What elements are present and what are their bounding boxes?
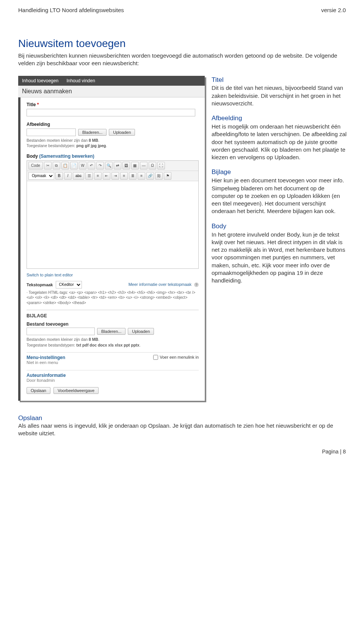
page-footer: Pagina | 8: [0, 437, 364, 458]
desc-titel-body: Dit is de titel van het nieuws, bijvoorb…: [212, 84, 348, 107]
editor-paste-text-icon[interactable]: 📄: [70, 162, 78, 169]
editor-code-button[interactable]: Code: [28, 162, 43, 169]
label-afbeelding: Afbeelding: [27, 122, 199, 127]
tab-inhoud-vinden[interactable]: Inhoud vinden: [66, 78, 95, 83]
required-mark-icon: *: [37, 102, 39, 107]
bijlage-file-input[interactable]: [27, 328, 95, 335]
editor-ol-icon[interactable]: ≡: [94, 172, 102, 180]
editor-paste-word-icon[interactable]: W: [79, 162, 86, 169]
desc-afbeelding-body: Het is mogelijk om onderaan het nieuwsbe…: [212, 123, 348, 161]
editor-format-select[interactable]: Opmaak: [28, 172, 54, 180]
menu-instellingen-sub: Niet in een menu: [27, 360, 65, 365]
help-afb-size-prefix: Bestanden moeten kleiner zijn dan: [27, 138, 89, 143]
label-title-text: Title: [27, 102, 36, 107]
field-descriptions: Titel Dit is de titel van het nieuws, bi…: [212, 76, 348, 286]
editor-redo-icon[interactable]: ↷: [96, 162, 104, 169]
editor-italic-icon[interactable]: I: [64, 172, 72, 180]
editor-replace-icon[interactable]: ⇄: [114, 162, 121, 169]
help-bij-types: txt pdf doc docx xls xlsx ppt pptx: [76, 343, 139, 347]
voer-menulink-label: Voer een menulink in: [160, 355, 199, 359]
editor-anchor-icon[interactable]: ⚑: [164, 172, 171, 180]
help-afbeelding: Bestanden moeten kleiner zijn dan 8 MB. …: [27, 138, 199, 148]
section-heading: Nieuwsitem toevoegen: [18, 38, 346, 50]
editor-undo-icon[interactable]: ↶: [88, 162, 95, 169]
tekstopmaak-label: Tekstopmaak CKeditor: [27, 281, 82, 289]
bijlage-uploaden-button[interactable]: Uploaden: [128, 328, 154, 335]
editor-strike-icon[interactable]: abc: [73, 172, 84, 180]
desc-titel-heading: Titel: [212, 76, 348, 85]
help-afb-size: 8 MB: [89, 138, 98, 143]
bijlage-bladeren-button[interactable]: Bladeren...: [97, 328, 126, 335]
bijlage-heading: BIJLAGE: [27, 313, 199, 318]
bladeren-button[interactable]: Bladeren...: [78, 129, 107, 136]
editor-unlink-icon[interactable]: ⛓: [155, 172, 163, 180]
auteursinformatie-row[interactable]: Auteursinformatie Door ltonadmin: [27, 370, 199, 383]
editor-cut-icon[interactable]: ✂: [44, 162, 52, 169]
editor-align-left-icon[interactable]: ≡: [120, 172, 128, 180]
tekstopmaak-label-text: Tekstopmaak: [27, 282, 53, 287]
voorbeeldweergave-button[interactable]: Voorbeeldweergave: [53, 387, 99, 394]
auteurs-title: Auteursinformatie: [27, 373, 199, 378]
help-afb-types-prefix: Toegestane bestandstypen:: [27, 143, 76, 148]
tekstopmaak-select[interactable]: CKeditor: [56, 281, 82, 289]
rich-text-editor: Code ✂ ⧉ 📋 📄 W ↶ ↷ 🔍 ⇄ 🖼 ▦ — Ω: [27, 160, 199, 269]
desc-body-body: In het grotere invulveld onder Body, kun…: [212, 231, 348, 285]
switch-plain-text-link[interactable]: Switch to plain text editor: [27, 273, 199, 277]
form-page-title: Nieuws aanmaken: [18, 86, 205, 97]
help-bij-types-prefix: Toegestane bestandstypen:: [27, 343, 76, 347]
editor-align-center-icon[interactable]: ≣: [129, 172, 136, 180]
editor-link-icon[interactable]: 🔗: [146, 172, 154, 180]
editor-bold-icon[interactable]: B: [55, 172, 63, 180]
page-header: Handleiding LTO Noord afdelingswebsites …: [0, 0, 364, 22]
desc-bijlage-body: Hier kun je een document toevoegen voor …: [212, 177, 348, 215]
divider: [27, 310, 199, 310]
desc-bijlage-heading: Bijlage: [212, 168, 348, 177]
desc-afbeelding-heading: Afbeelding: [212, 114, 348, 123]
title-input[interactable]: [27, 109, 195, 116]
editor-hr-icon[interactable]: —: [140, 162, 147, 169]
tags-intro: · Toegelaten HTML-tags:: [27, 290, 69, 295]
help-bijlage: Bestanden moeten kleiner zijn dan 8 MB. …: [27, 337, 199, 347]
editor-align-right-icon[interactable]: ≡: [138, 172, 145, 180]
help-icon: ?: [194, 282, 199, 287]
editor-find-icon[interactable]: 🔍: [105, 162, 113, 169]
header-left: Handleiding LTO Noord afdelingswebsites: [18, 7, 124, 13]
editor-ul-icon[interactable]: ☰: [85, 172, 93, 180]
header-right: versie 2.0: [321, 7, 346, 13]
voer-menulink-input[interactable]: [153, 355, 158, 360]
uploaden-button[interactable]: Uploaden: [109, 129, 135, 136]
label-body: Body (Samenvatting bewerken): [27, 154, 199, 159]
samenvatting-bewerken-link[interactable]: (Samenvatting bewerken): [39, 154, 94, 159]
editor-outdent-icon[interactable]: ⇤: [103, 172, 110, 180]
editor-copy-icon[interactable]: ⧉: [53, 162, 60, 169]
help-bij-size-prefix: Bestanden moeten kleiner zijn dan: [27, 337, 89, 342]
meer-info-text: Meer informatie over tekstopmaak: [129, 282, 191, 287]
afbeelding-file-input[interactable]: [27, 129, 76, 136]
opslaan-heading: Opslaan: [18, 414, 346, 422]
opslaan-body: Als alles naar wens is ingevuld, klik je…: [18, 422, 346, 438]
editor-paste-icon[interactable]: 📋: [61, 162, 69, 169]
editor-indent-icon[interactable]: ⇥: [111, 172, 119, 180]
editor-maximize-icon[interactable]: ⛶: [157, 162, 165, 169]
menu-instellingen-title: Menu-instellingen: [27, 355, 65, 360]
editor-table-icon[interactable]: ▦: [131, 162, 139, 169]
editor-special-icon[interactable]: Ω: [149, 162, 156, 169]
admin-tabs: Inhoud toevoegen Inhoud vinden: [18, 76, 205, 86]
intro-text: Bij nieuwsberichten kunnen nieuwsbericht…: [18, 52, 346, 67]
help-bij-size: 8 MB: [89, 337, 98, 342]
form-screenshot: Inhoud toevoegen Inhoud vinden Nieuws aa…: [18, 76, 205, 401]
auteurs-sub: Door ltonadmin: [27, 378, 199, 383]
menu-instellingen-row[interactable]: Menu-instellingen Niet in een menu Voer …: [27, 352, 199, 365]
opslaan-button[interactable]: Opslaan: [27, 387, 50, 394]
help-afb-types: png gif jpg jpeg: [76, 143, 106, 148]
allowed-html-tags: · Toegelaten HTML-tags: <a> <p> <span> <…: [27, 290, 199, 306]
meer-info-link[interactable]: Meer informatie over tekstopmaak ?: [129, 282, 199, 287]
tab-inhoud-toevoegen[interactable]: Inhoud toevoegen: [22, 78, 58, 83]
label-body-text: Body: [27, 154, 38, 159]
editor-textarea[interactable]: [27, 181, 198, 268]
editor-image-icon[interactable]: 🖼: [122, 162, 130, 169]
desc-body-heading: Body: [212, 222, 348, 231]
bestand-toevoegen-label: Bestand toevoegen: [27, 322, 199, 327]
label-title: Title *: [27, 102, 199, 107]
voer-menulink-checkbox[interactable]: Voer een menulink in: [153, 355, 199, 360]
